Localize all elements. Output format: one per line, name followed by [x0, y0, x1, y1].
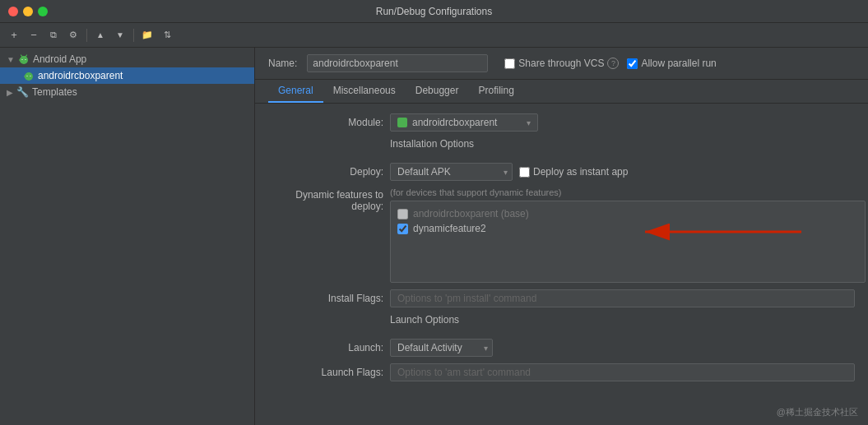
down-button[interactable]: ▼ — [111, 26, 129, 44]
tab-miscellaneous[interactable]: Miscellaneous — [323, 80, 406, 103]
config-header: Name: Share through VCS ? Allow parallel… — [255, 48, 868, 80]
module-row: Module: androidrcboxparent ▾ — [268, 113, 855, 132]
header-options: Share through VCS ? Allow parallel run — [504, 58, 716, 69]
copy-config-button[interactable]: ⧉ — [44, 26, 63, 44]
deploy-instant-label[interactable]: Deploy as instant app — [519, 166, 628, 178]
deploy-dropdown-wrap: Default APK APK from app bundle Nothing — [390, 163, 513, 181]
module-dropdown[interactable]: androidrcboxparent ▾ — [390, 113, 538, 132]
config-label: androidrcboxparent — [38, 70, 123, 81]
feature-row-dynamic: dynamicfeature2 — [397, 221, 858, 236]
templates-group[interactable]: ▶ 🔧 Templates — [0, 84, 254, 100]
dynamic-features-content: (for devices that support dynamic featur… — [390, 187, 866, 283]
feature-base-label: androidrcboxparent (base) — [413, 208, 529, 219]
svg-point-14 — [30, 76, 30, 76]
svg-line-5 — [26, 55, 27, 57]
up-button[interactable]: ▲ — [91, 26, 109, 44]
feature-dynamic-checkbox[interactable] — [397, 224, 408, 234]
right-panel: Name: Share through VCS ? Allow parallel… — [255, 48, 868, 425]
name-label: Name: — [268, 58, 297, 69]
help-icon[interactable]: ? — [607, 58, 619, 69]
minimize-button[interactable] — [23, 7, 33, 16]
remove-config-button[interactable]: − — [25, 26, 43, 44]
maximize-button[interactable] — [38, 7, 48, 16]
title-bar: Run/Debug Configurations — [0, 0, 868, 23]
window-controls[interactable] — [8, 7, 48, 16]
installation-options-title: Installation Options — [390, 138, 474, 150]
svg-marker-15 — [24, 75, 26, 79]
dynamic-features-note: (for devices that support dynamic featur… — [390, 187, 866, 197]
launch-flags-label: Launch Flags: — [268, 367, 383, 378]
toolbar-separator-2 — [133, 29, 134, 42]
config-item-androidrcboxparent[interactable]: androidrcboxparent — [0, 67, 254, 84]
svg-line-4 — [21, 55, 22, 57]
tab-debugger[interactable]: Debugger — [406, 80, 469, 103]
share-vcs-checkbox[interactable] — [504, 58, 515, 69]
window-title: Run/Debug Configurations — [376, 6, 492, 17]
android-icon — [18, 53, 30, 65]
sort-button[interactable]: ⇅ — [158, 26, 176, 44]
deploy-dropdown[interactable]: Default APK APK from app bundle Nothing — [390, 163, 513, 181]
allow-parallel-label: Allow parallel run — [641, 58, 716, 69]
install-flags-row: Install Flags: — [268, 289, 855, 307]
templates-arrow: ▶ — [7, 88, 13, 97]
features-area: androidrcboxparent (base) dynamicfeature… — [390, 201, 866, 283]
launch-flags-input[interactable] — [390, 363, 855, 381]
allow-parallel-checkbox[interactable] — [627, 58, 638, 69]
module-name: androidrcboxparent — [412, 117, 522, 128]
add-config-button[interactable]: + — [5, 26, 23, 44]
expand-arrow: ▼ — [7, 55, 15, 64]
run-android-icon — [23, 70, 35, 81]
wrench-icon: 🔧 — [16, 86, 29, 98]
module-icon — [397, 118, 407, 127]
templates-label: Templates — [32, 86, 77, 98]
launch-row: Launch: Default Activity Specified Activ… — [268, 339, 855, 357]
dynamic-features-label: Dynamic features to deploy: — [295, 189, 383, 212]
feature-row-base: androidrcboxparent (base) — [397, 206, 858, 221]
module-dropdown-arrow: ▾ — [527, 118, 531, 127]
dynamic-features-label-block: Dynamic features to deploy: — [268, 187, 383, 212]
launch-options-row: Launch Options — [268, 314, 855, 332]
deploy-instant-checkbox[interactable] — [519, 167, 530, 178]
launch-dropdown[interactable]: Default Activity Specified Activity Noth… — [390, 339, 493, 357]
arrow-container: androidrcboxparent (base) dynamicfeature… — [390, 201, 866, 283]
toolbar: + − ⧉ ⚙ ▲ ▼ 📁 ⇅ — [0, 23, 868, 48]
left-panel: ▼ Android App — [0, 48, 255, 425]
tab-general[interactable]: General — [268, 80, 323, 103]
settings-config-button[interactable]: ⚙ — [64, 26, 82, 44]
android-app-label: Android App — [33, 53, 86, 65]
feature-base-checkbox[interactable] — [397, 209, 408, 219]
android-app-group[interactable]: ▼ Android App — [0, 51, 254, 67]
svg-marker-8 — [19, 58, 21, 62]
feature-dynamic-label: dynamicfeature2 — [413, 223, 486, 234]
deploy-label: Deploy: — [268, 166, 383, 178]
dynamic-features-section: Dynamic features to deploy: (for devices… — [268, 187, 855, 283]
main-layout: ▼ Android App — [0, 48, 868, 425]
svg-point-6 — [21, 59, 22, 60]
deploy-row: Deploy: Default APK APK from app bundle … — [268, 163, 855, 181]
tab-profiling[interactable]: Profiling — [468, 80, 523, 103]
svg-point-7 — [25, 59, 26, 60]
module-label: Module: — [268, 117, 383, 128]
close-button[interactable] — [8, 7, 18, 16]
deploy-instant-text: Deploy as instant app — [533, 166, 628, 178]
share-vcs-checkbox-label[interactable]: Share through VCS ? — [504, 58, 619, 69]
folder-button[interactable]: 📁 — [138, 26, 156, 44]
launch-options-title: Launch Options — [390, 314, 459, 326]
toolbar-separator — [86, 29, 87, 42]
launch-dropdown-wrap: Default Activity Specified Activity Noth… — [390, 339, 493, 357]
tabs-bar: General Miscellaneous Debugger Profiling — [255, 80, 868, 104]
launch-flags-row: Launch Flags: — [268, 363, 855, 381]
install-flags-label: Install Flags: — [268, 293, 383, 304]
allow-parallel-checkbox-label[interactable]: Allow parallel run — [627, 58, 716, 69]
installation-options-row: Installation Options — [268, 138, 855, 156]
name-input[interactable] — [307, 54, 488, 72]
config-content: Module: androidrcboxparent ▾ Installatio… — [255, 104, 868, 425]
install-flags-input[interactable] — [390, 289, 855, 307]
share-vcs-label: Share through VCS — [518, 58, 604, 69]
svg-point-13 — [26, 76, 27, 76]
launch-label: Launch: — [268, 342, 383, 353]
